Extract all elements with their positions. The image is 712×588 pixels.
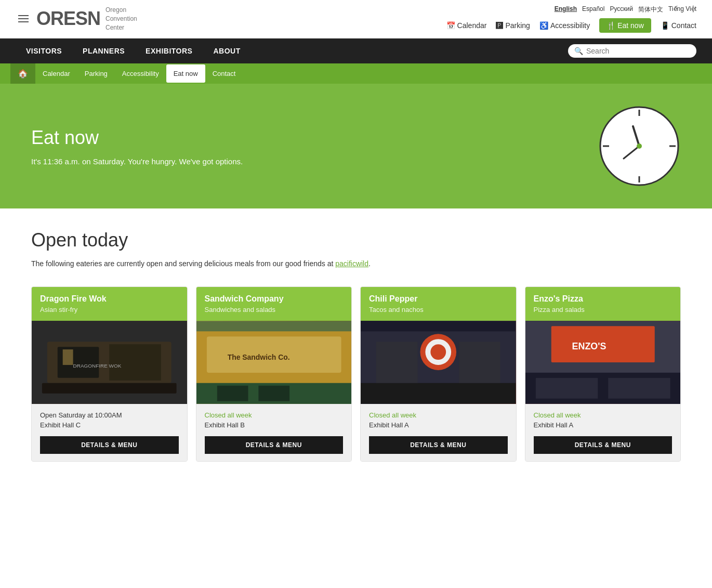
card-cuisine-dragon: Asian stir-fry — [40, 306, 179, 313]
nav-parking[interactable]: 🅿 Parking — [496, 21, 530, 30]
lang-vietnamese[interactable]: Tiếng Việt — [668, 5, 696, 14]
card-header-dragon: Dragon Fire Wok Asian stir-fry — [32, 287, 187, 321]
logo-area: ORESN Oregon Convention Center — [16, 6, 137, 32]
card-chili-pepper: Chili Pepper Tacos and nachos Closed al — [360, 286, 517, 462]
nav-contact[interactable]: 📱 Contact — [661, 21, 696, 30]
cards-grid: Dragon Fire Wok Asian stir-fry DRAGONFIR… — [31, 286, 681, 462]
card-name-enzos: Enzo's Pizza — [534, 294, 673, 304]
card-sandwich-company: Sandwich Company Sandwiches and salads T… — [196, 286, 352, 462]
logo-subtitle: Oregon Convention Center — [106, 6, 137, 32]
language-bar: English Español Русский 简体中文 Tiếng Việt — [555, 5, 696, 14]
clock — [598, 104, 681, 188]
details-button-chili[interactable]: DETAILS & MENU — [369, 436, 508, 454]
calendar-icon: 📅 — [446, 21, 455, 30]
svg-text:DRAGONFIRE WOK: DRAGONFIRE WOK — [73, 363, 122, 369]
breadcrumb-eat-now[interactable]: Eat now — [166, 64, 205, 83]
card-location-sandwich: Exhibit Hall B — [205, 421, 344, 429]
svg-rect-20 — [217, 386, 248, 401]
details-button-dragon[interactable]: DETAILS & MENU — [40, 436, 179, 454]
card-footer-chili: Closed all week Exhibit Hall A DETAILS &… — [361, 404, 516, 461]
card-name-chili: Chili Pepper — [369, 294, 508, 304]
open-today-subtitle: The following eateries are currently ope… — [31, 259, 681, 268]
breadcrumb-calendar[interactable]: Calendar — [35, 64, 77, 83]
main-nav-links: VISITORS PLANNERS EXHIBITORS ABOUT — [16, 38, 568, 63]
parking-icon: 🅿 — [496, 21, 503, 30]
hamburger-menu[interactable] — [16, 12, 31, 25]
card-footer-enzos: Closed all week Exhibit Hall A DETAILS &… — [525, 404, 681, 461]
main-content: Open today The following eateries are cu… — [0, 208, 712, 482]
svg-text:The Sandwich Co.: The Sandwich Co. — [227, 353, 289, 361]
card-location-dragon: Exhibit Hall C — [40, 421, 179, 429]
nav-exhibitors[interactable]: EXHIBITORS — [135, 38, 203, 63]
nav-planners[interactable]: PLANNERS — [72, 38, 135, 63]
lang-russian[interactable]: Русский — [610, 5, 633, 14]
card-cuisine-enzos: Pizza and salads — [534, 306, 673, 313]
card-status-dragon: Open Saturday at 10:00AM — [40, 411, 179, 419]
breadcrumb-accessibility[interactable]: Accessibility — [115, 64, 166, 83]
svg-point-26 — [430, 344, 446, 360]
svg-point-7 — [637, 143, 642, 149]
svg-rect-36 — [608, 378, 670, 399]
card-image-chili — [361, 321, 516, 404]
lang-espanol[interactable]: Español — [582, 5, 604, 14]
card-status-chili: Closed all week — [369, 411, 508, 419]
accessibility-icon: ♿ — [539, 21, 548, 30]
card-header-chili: Chili Pepper Tacos and nachos — [361, 287, 516, 321]
main-nav: VISITORS PLANNERS EXHIBITORS ABOUT 🔍 — [0, 38, 712, 63]
card-enzos-pizza: Enzo's Pizza Pizza and salads ENZO'S Clo… — [525, 286, 681, 462]
card-image-dragon: DRAGONFIRE WOK — [32, 321, 187, 404]
svg-rect-27 — [361, 383, 516, 404]
search-input[interactable] — [586, 47, 690, 55]
search-icon: 🔍 — [574, 47, 583, 55]
hero-subtitle: It's 11:36 a.m. on Saturday. You're hung… — [31, 157, 243, 166]
utility-nav: 📅 Calendar 🅿 Parking ♿ Accessibility 🍴 E… — [446, 18, 696, 33]
top-bar: ORESN Oregon Convention Center English E… — [0, 0, 712, 38]
details-button-sandwich[interactable]: DETAILS & MENU — [205, 436, 344, 454]
lang-chinese[interactable]: 简体中文 — [638, 5, 663, 14]
breadcrumb-bar: 🏠 Calendar Parking Accessibility Eat now… — [0, 63, 712, 84]
nav-eat-now[interactable]: 🍴 Eat now — [599, 18, 651, 33]
eat-now-icon: 🍴 — [606, 21, 615, 30]
hero-section: Eat now It's 11:36 a.m. on Saturday. You… — [0, 84, 712, 208]
card-name-sandwich: Sandwich Company — [205, 294, 344, 304]
pacificwild-link[interactable]: pacificwild — [335, 259, 368, 268]
home-icon-box[interactable]: 🏠 — [10, 63, 35, 84]
search-box: 🔍 — [568, 44, 696, 58]
card-cuisine-sandwich: Sandwiches and salads — [205, 306, 344, 313]
hero-title: Eat now — [31, 127, 243, 149]
nav-about[interactable]: ABOUT — [203, 38, 250, 63]
svg-rect-35 — [535, 378, 597, 399]
card-footer-sandwich: Closed all week Exhibit Hall B DETAILS &… — [196, 404, 352, 461]
breadcrumb-contact[interactable]: Contact — [205, 64, 243, 83]
card-image-enzos: ENZO'S — [525, 321, 681, 404]
svg-rect-29 — [459, 342, 500, 383]
card-name-dragon: Dragon Fire Wok — [40, 294, 179, 304]
logo-icon: ORESN — [36, 9, 100, 28]
home-icon: 🏠 — [18, 69, 28, 79]
svg-rect-13 — [42, 383, 177, 394]
nav-accessibility[interactable]: ♿ Accessibility — [539, 21, 590, 30]
hero-text: Eat now It's 11:36 a.m. on Saturday. You… — [31, 127, 243, 166]
card-header-enzos: Enzo's Pizza Pizza and salads — [525, 287, 681, 321]
card-location-chili: Exhibit Hall A — [369, 421, 508, 429]
card-cuisine-chili: Tacos and nachos — [369, 306, 508, 313]
card-location-enzos: Exhibit Hall A — [534, 421, 673, 429]
card-status-sandwich: Closed all week — [205, 411, 344, 419]
open-today-title: Open today — [31, 229, 681, 251]
svg-rect-21 — [258, 386, 289, 401]
card-dragon-fire-wok: Dragon Fire Wok Asian stir-fry DRAGONFIR… — [31, 286, 188, 462]
card-image-sandwich: The Sandwich Co. — [196, 321, 352, 404]
nav-calendar[interactable]: 📅 Calendar — [446, 21, 487, 30]
svg-text:ENZO'S: ENZO'S — [572, 341, 606, 351]
top-right-area: English Español Русский 简体中文 Tiếng Việt … — [446, 5, 696, 33]
card-status-enzos: Closed all week — [534, 411, 673, 419]
details-button-enzos[interactable]: DETAILS & MENU — [534, 436, 673, 454]
clock-svg — [598, 104, 681, 188]
card-header-sandwich: Sandwich Company Sandwiches and salads — [196, 287, 352, 321]
svg-rect-11 — [63, 349, 73, 365]
search-area: 🔍 — [568, 44, 696, 58]
lang-english[interactable]: English — [555, 5, 577, 14]
breadcrumb-parking[interactable]: Parking — [77, 64, 115, 83]
card-footer-dragon: Open Saturday at 10:00AM Exhibit Hall C … — [32, 404, 187, 461]
nav-visitors[interactable]: VISITORS — [16, 38, 72, 63]
